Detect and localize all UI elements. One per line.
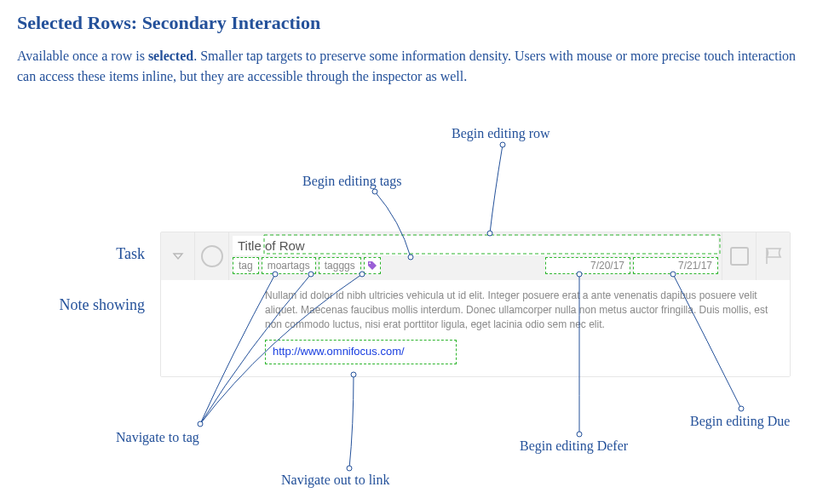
row-subline: tag moartags tagggs 7/20/17 7/21/17: [233, 257, 718, 274]
note-link[interactable]: http://www.omnifocus.com/: [265, 340, 457, 364]
svg-point-2: [500, 142, 505, 147]
ann-nav-link: Navigate out to link: [281, 472, 390, 488]
add-tag-button[interactable]: [364, 257, 381, 274]
row-note: Nullam id dolor id nibh ultricies vehicu…: [161, 280, 790, 376]
row-head: Title of Row tag moartags tagggs 7/20/17…: [161, 232, 790, 280]
svg-point-4: [372, 189, 377, 194]
label-note-showing: Note showing: [17, 296, 145, 314]
svg-point-10: [347, 466, 352, 471]
tag-chip-2[interactable]: tagggs: [319, 257, 361, 274]
flag-button[interactable]: [756, 232, 790, 280]
ann-edit-defer: Begin editing Defer: [520, 438, 628, 454]
flag-icon: [763, 246, 784, 266]
row-center: Title of Row tag moartags tagggs 7/20/17…: [229, 232, 722, 278]
ann-edit-tags: Begin editing tags: [302, 174, 401, 189]
row-title-field[interactable]: Title of Row: [233, 236, 718, 255]
page-title: Selected Rows: Secondary Interaction: [17, 12, 320, 34]
svg-point-6: [198, 421, 203, 427]
svg-point-14: [739, 406, 744, 411]
label-task: Task: [17, 245, 145, 263]
due-date-field[interactable]: 7/21/17: [633, 257, 718, 274]
trailing-square-button[interactable]: [722, 232, 756, 280]
ann-edit-due: Begin editing Due: [690, 414, 790, 429]
desc-pre: Available once a row is: [17, 49, 148, 63]
note-text: Nullam id dolor id nibh ultricies vehicu…: [265, 289, 768, 330]
disclosure-button[interactable]: [161, 232, 195, 280]
tag-chip-1[interactable]: moartags: [262, 257, 316, 274]
page-description: Available once a row is selected. Smalle…: [17, 46, 814, 87]
svg-point-0: [369, 262, 371, 264]
status-circle[interactable]: [195, 232, 229, 280]
desc-bold: selected: [148, 49, 193, 63]
tag-chip-0[interactable]: tag: [233, 257, 259, 274]
chevron-down-icon: [172, 250, 184, 262]
svg-point-12: [577, 432, 582, 437]
ann-edit-row: Begin editing row: [452, 126, 550, 141]
tag-icon: [367, 261, 377, 271]
task-row[interactable]: Title of Row tag moartags tagggs 7/20/17…: [160, 232, 791, 377]
ann-nav-tag: Navigate to tag: [116, 430, 199, 445]
defer-date-field[interactable]: 7/20/17: [545, 257, 630, 274]
